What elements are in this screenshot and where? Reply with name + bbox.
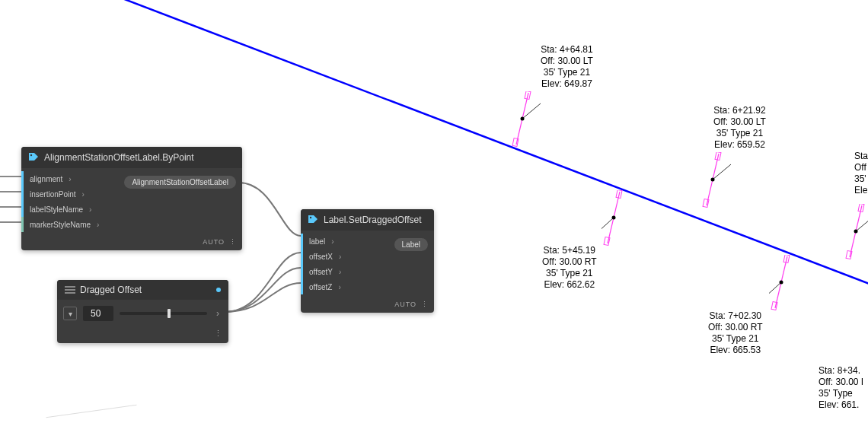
svg-line-8 xyxy=(707,154,719,205)
svg-line-23 xyxy=(775,256,787,308)
svg-point-16 xyxy=(854,230,858,234)
svg-rect-9 xyxy=(715,152,721,161)
node-title: AlignmentStationOffsetLabel.ByPoint xyxy=(44,152,194,163)
chevron-right-icon: › xyxy=(338,283,340,291)
slider-title: Dragged Offset xyxy=(80,285,142,295)
station-label: Sta: 7+02.30 Off: 30.00 RT 35' Type 21 E… xyxy=(708,310,763,356)
output-alignmentstationoffsetlabel[interactable]: AlignmentStationOffsetLabel xyxy=(124,176,236,189)
svg-line-12 xyxy=(713,164,731,180)
svg-point-11 xyxy=(711,178,715,182)
svg-rect-24 xyxy=(783,255,790,263)
station-marker xyxy=(769,255,799,316)
node-title: Label.SetDraggedOffset xyxy=(324,215,422,225)
faint-object-edge xyxy=(46,405,137,418)
chevron-right-icon: › xyxy=(339,253,341,261)
input-label[interactable]: label› xyxy=(301,234,347,249)
station-label: Sta: 6+21.92 Off: 30.00 LT 35' Type 21 E… xyxy=(713,105,766,151)
station-marker xyxy=(602,190,632,251)
station-label: Sta: 5+45.19 Off: 30.00 RT 35' Type 21 E… xyxy=(542,245,597,291)
chevron-right-icon: › xyxy=(69,175,71,183)
station-marker xyxy=(510,91,541,152)
node-header[interactable]: AlignmentStationOffsetLabel.ByPoint xyxy=(21,147,242,168)
svg-point-2 xyxy=(310,217,311,218)
more-icon[interactable]: ⋮ xyxy=(229,238,236,246)
svg-rect-10 xyxy=(703,199,709,207)
svg-rect-25 xyxy=(771,301,777,310)
svg-point-21 xyxy=(612,216,616,220)
expand-button[interactable]: ▾ xyxy=(63,307,77,320)
output-label[interactable]: Label xyxy=(394,238,428,251)
svg-line-17 xyxy=(856,216,868,231)
station-label: Sta: 4+64.81 Off: 30.00 LT 35' Type 21 E… xyxy=(541,44,593,90)
chevron-right-icon: › xyxy=(97,221,99,229)
svg-point-6 xyxy=(521,117,525,121)
tag-icon xyxy=(27,151,40,164)
input-offsetx[interactable]: offsetX› xyxy=(301,249,347,264)
tag-icon xyxy=(307,214,319,226)
input-alignment[interactable]: alignment› xyxy=(21,171,105,186)
chevron-right-icon: › xyxy=(89,205,91,214)
input-labelstylename[interactable]: labelStyleName› xyxy=(21,202,105,217)
station-label: Sta: 8+34. Off: 30.00 I 35' Type Elev: 6… xyxy=(819,365,863,411)
svg-rect-4 xyxy=(525,91,531,100)
slider-header[interactable]: Dragged Offset xyxy=(57,280,228,300)
svg-line-18 xyxy=(608,192,620,243)
svg-point-26 xyxy=(780,281,783,285)
input-offsety[interactable]: offsetY› xyxy=(301,264,347,279)
station-marker xyxy=(700,152,731,213)
slider-track[interactable] xyxy=(120,312,207,315)
slider-thumb[interactable] xyxy=(168,309,171,318)
slider-value-input[interactable]: 50 xyxy=(83,306,113,321)
svg-line-27 xyxy=(769,282,781,297)
svg-rect-14 xyxy=(858,204,864,212)
node-dragged-offset-slider[interactable]: Dragged Offset ▾ 50 › ⋮ xyxy=(57,280,228,343)
chevron-right-icon: › xyxy=(331,237,333,246)
input-markerstylename[interactable]: markerStyleName› xyxy=(21,217,105,232)
slider-bars-icon xyxy=(65,286,75,294)
node-header[interactable]: Label.SetDraggedOffset xyxy=(301,209,434,231)
station-marker xyxy=(844,204,868,265)
svg-rect-15 xyxy=(846,250,852,259)
station-label: Sta: Off 35' Ele xyxy=(854,151,868,196)
node-footer: AUTO⋮ xyxy=(301,297,434,313)
slider-output-port[interactable]: › xyxy=(213,308,222,319)
svg-rect-5 xyxy=(512,138,519,146)
input-insertionpoint[interactable]: insertionPoint› xyxy=(21,186,105,202)
svg-rect-20 xyxy=(604,237,610,245)
node-footer: AUTO⋮ xyxy=(21,235,242,250)
svg-rect-19 xyxy=(616,190,622,199)
node-alignment-bypoint[interactable]: AlignmentStationOffsetLabel.ByPoint alig… xyxy=(21,147,242,250)
more-icon[interactable]: ⋮ xyxy=(421,301,428,308)
more-icon[interactable]: ⋮ xyxy=(214,329,222,338)
input-offsetz[interactable]: offsetZ› xyxy=(301,279,347,294)
node-setdraggedoffset[interactable]: Label.SetDraggedOffset label› offsetX› o… xyxy=(301,209,434,313)
chevron-right-icon: › xyxy=(339,268,341,276)
svg-point-1 xyxy=(30,154,32,156)
svg-line-7 xyxy=(522,103,541,119)
svg-line-13 xyxy=(850,205,862,257)
chevron-right-icon: › xyxy=(82,190,85,199)
svg-line-22 xyxy=(602,218,614,233)
status-dot-icon xyxy=(216,288,221,292)
svg-line-3 xyxy=(516,93,528,145)
